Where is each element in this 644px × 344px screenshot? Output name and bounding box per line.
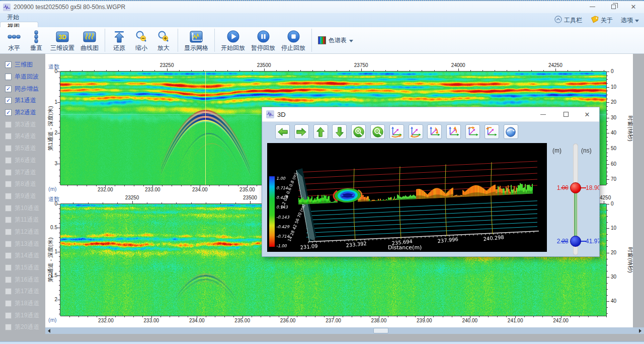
toolbar-button-vertical-bars[interactable]: 垂直 [25,28,47,52]
sidebar-item[interactable]: 第8通道 [0,178,45,190]
checkbox-unchecked-icon[interactable] [5,229,12,235]
sidebar-item[interactable]: 第20通道 [0,321,45,333]
checkbox-checked-icon[interactable]: ✓ [5,109,12,116]
axis-tick [606,283,608,284]
maximize-button[interactable] [604,1,623,12]
scroll-right-arrow-icon[interactable] [639,329,641,333]
horizontal-scrollbar[interactable] [45,327,644,334]
dialog3d-button-zoom-out-green[interactable] [370,124,385,139]
surface-3d-canvas[interactable] [267,143,547,252]
axis-tick [162,185,163,186]
dialog3d-button-pan-up[interactable] [313,124,328,139]
axis-tick [606,79,608,80]
sidebar-item[interactable]: 第12通道 [0,226,45,238]
checkbox-unchecked-icon[interactable] [5,145,12,152]
sidebar-item[interactable]: 第17通道 [0,286,45,298]
checkbox-unchecked-icon[interactable] [5,157,12,164]
checkbox-unchecked-icon[interactable] [5,205,12,212]
ribbon-right-item[interactable]: 选项 [621,16,639,25]
dialog3d-button-pan-down[interactable] [332,124,347,139]
dialog3d-button-pan-left[interactable] [275,124,290,139]
toolbar-button-curves[interactable]: 曲线图 [77,28,102,52]
dialog3d-button-rotate-z-ccw[interactable] [485,124,499,139]
ribbon-right-item[interactable]: 关于 [590,15,613,25]
checkbox-unchecked-icon[interactable] [5,169,12,176]
axis-tick [349,70,350,72]
axis-tick [434,70,435,72]
sidebar-item[interactable]: 第5通道 [0,143,45,155]
close-button[interactable]: ✕ [624,1,643,12]
scrollbar-thumb[interactable] [373,328,388,333]
sidebar-item[interactable]: 第6通道 [0,155,45,167]
axis-tick [59,285,60,286]
checkbox-unchecked-icon[interactable] [5,300,12,307]
sidebar-item-label: 第3通道 [15,120,36,129]
sidebar-item[interactable]: 第9通道 [0,190,45,202]
checkbox-unchecked-icon[interactable] [5,133,12,140]
toolbar-button-grid-display[interactable]: 显示网格 [181,28,211,52]
dialog3d-button-reset-view[interactable] [504,124,518,139]
checkbox-checked-icon[interactable]: ✓ [5,61,12,68]
toolbar-button-horizontal-bars[interactable]: 水平 [3,28,25,52]
dialog3d-button-rotate-y-cw[interactable] [427,124,442,139]
minimize-button[interactable] [583,1,602,12]
axis-tick [170,316,170,317]
checkbox-unchecked-icon[interactable] [5,121,12,128]
sidebar-item[interactable]: 第10通道 [0,202,45,214]
toolbar-button-play[interactable]: 开始回放 [218,28,248,52]
checkbox-unchecked-icon[interactable] [5,288,12,295]
axis-tick [88,202,89,204]
checkbox-unchecked-icon[interactable] [5,324,12,330]
sidebar-item[interactable]: ✓同步增益 [0,83,45,95]
sidebar-item[interactable]: ✓第2通道 [0,107,45,119]
slider-top-handle[interactable] [570,182,581,193]
dialog3d-button-rotate-z-cw[interactable] [465,124,480,139]
sidebar-item[interactable]: 第15通道 [0,262,45,274]
scroll-left-arrow-icon[interactable] [48,329,50,333]
sidebar-item[interactable]: ✓三维图 [0,59,45,71]
sidebar-item[interactable]: 第13通道 [0,238,45,250]
sidebar-item[interactable]: 第16通道 [0,273,45,286]
axis-tick [59,237,60,238]
toolbar-button-stop[interactable]: 停止回放 [278,28,308,52]
checkbox-unchecked-icon[interactable] [5,277,12,283]
sidebar-item[interactable]: 第11通道 [0,214,45,226]
toolbar-button-label: 色谱表 [329,36,347,45]
dialog3d-button-pan-right[interactable] [294,124,309,139]
checkbox-unchecked-icon[interactable] [5,241,12,247]
checkbox-unchecked-icon[interactable] [5,181,12,187]
checkbox-unchecked-icon[interactable] [5,264,12,271]
sidebar-item[interactable]: 第4通道 [0,130,45,143]
sidebar-item-label: 第4通道 [15,132,36,141]
toolbar-button-zoom-in[interactable]: 放大 [152,28,175,52]
dialog3d-button-zoom-in-green[interactable] [351,124,366,139]
dialog3d-button-rotate-y-ccw[interactable] [446,124,461,139]
toolbar-button-cube-3d[interactable]: 3D三维设置 [47,28,77,52]
toolbar-button-zoom-out[interactable]: 缩小 [130,28,152,52]
sidebar-item[interactable]: 第3通道 [0,118,45,130]
ribbon-tab[interactable]: 开始 [0,13,38,22]
dialog3d-button-rotate-x-ccw[interactable] [409,124,423,139]
slider-bottom-handle[interactable] [570,236,581,247]
sidebar-item[interactable]: 第14通道 [0,250,45,262]
checkbox-unchecked-icon[interactable] [5,193,12,199]
checkbox-unchecked-icon[interactable] [5,312,12,319]
checkbox-unchecked-icon[interactable] [5,252,12,259]
sidebar-item[interactable]: 第19通道 [0,309,45,321]
color-spectrum-button[interactable]: 色谱表 [315,28,356,52]
sidebar-item[interactable]: 第18通道 [0,298,45,310]
dialog3d-button-rotate-x-cw[interactable] [389,124,404,139]
ribbon-right-item[interactable]: 工具栏 [554,16,582,25]
sidebar-item[interactable]: 第7通道 [0,166,45,178]
toolbar-button-restore-arrow[interactable]: 还原 [108,28,130,52]
sidebar-item[interactable]: 单道回波 [0,71,45,83]
axis-tick [59,276,60,276]
checkbox-unchecked-icon[interactable] [5,74,12,80]
axis-tick [433,316,434,317]
toolbar-button-pause[interactable]: 暂停回放 [248,28,278,52]
sidebar-item[interactable]: ✓第1通道 [0,95,45,107]
axis-tick-label: 23500 [257,62,271,68]
checkbox-checked-icon[interactable]: ✓ [5,86,12,92]
checkbox-unchecked-icon[interactable] [5,217,12,223]
checkbox-checked-icon[interactable]: ✓ [5,97,12,104]
